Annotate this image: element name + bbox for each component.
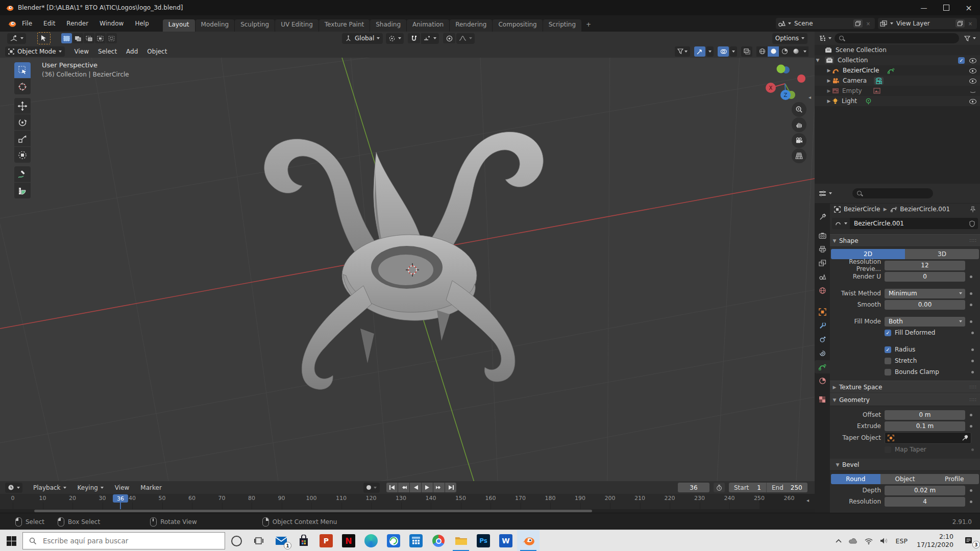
extrude-field[interactable]: 0.1 m xyxy=(885,421,965,431)
menu-file[interactable]: File xyxy=(16,17,38,30)
tab-modeling[interactable]: Modeling xyxy=(195,19,235,32)
animate-dot[interactable] xyxy=(971,332,974,334)
language-indicator[interactable]: ESP xyxy=(896,537,908,545)
tab-scripting[interactable]: Scripting xyxy=(543,19,581,32)
powerpoint-app-icon[interactable]: P xyxy=(315,530,337,551)
mode-dropdown[interactable]: Object Mode xyxy=(5,46,65,57)
gizmo-dropdown[interactable] xyxy=(706,46,714,57)
zoom-button[interactable] xyxy=(792,102,806,117)
proportional-falloff-dropdown[interactable] xyxy=(456,33,475,44)
viewport-menu-add[interactable]: Add xyxy=(121,48,142,55)
transform-orientation-dropdown[interactable]: Global xyxy=(342,33,383,44)
new-scene-button[interactable] xyxy=(853,19,863,28)
new-view-layer-button[interactable] xyxy=(955,19,965,28)
photoshop-app-icon[interactable]: Ps xyxy=(472,530,495,551)
animate-dot[interactable] xyxy=(970,292,972,295)
blender-taskbar-icon[interactable] xyxy=(517,530,540,551)
tab-view-layer[interactable] xyxy=(815,256,830,269)
tool-transform[interactable] xyxy=(14,147,31,163)
search-input[interactable] xyxy=(42,536,225,545)
maximize-button[interactable] xyxy=(935,0,958,15)
ortho-toggle-button[interactable] xyxy=(792,148,806,163)
cortana-button[interactable] xyxy=(225,530,248,551)
viewport-menu-select[interactable]: Select xyxy=(93,48,121,55)
show-overlays-toggle[interactable] xyxy=(718,46,729,57)
timeline-menu-view[interactable]: View xyxy=(109,482,135,494)
properties-search[interactable] xyxy=(852,188,933,198)
task-view-button[interactable] xyxy=(248,530,270,551)
xray-toggle[interactable] xyxy=(741,46,752,57)
tab-object[interactable] xyxy=(815,305,830,318)
mail-app-icon[interactable]: 1 xyxy=(270,530,292,551)
disclosure-closed-icon[interactable]: ▶ xyxy=(826,78,832,83)
whatsapp-app-icon[interactable] xyxy=(382,530,405,551)
animate-dot[interactable] xyxy=(970,500,972,503)
eye-open-icon[interactable] xyxy=(969,67,977,74)
disclosure-closed-icon[interactable]: ▶ xyxy=(826,88,832,93)
notification-center-icon[interactable]: 3 xyxy=(959,530,980,551)
tab-animation[interactable]: Animation xyxy=(407,19,449,32)
pin-icon[interactable] xyxy=(970,206,976,213)
fill-deformed-checkbox[interactable]: ✓ xyxy=(885,330,891,336)
timeline-scrollbar[interactable] xyxy=(0,509,815,513)
viewport-3d[interactable]: Object Mode View Select Add Object xyxy=(0,45,815,481)
view-layer-selector[interactable]: View Layer × xyxy=(878,18,977,29)
sidebar-collapse-arrow[interactable]: ◂ xyxy=(808,94,811,100)
animate-dot[interactable] xyxy=(971,360,974,362)
options-dropdown[interactable]: Options xyxy=(772,33,807,44)
tab-physics[interactable] xyxy=(815,333,830,346)
taskbar-search[interactable] xyxy=(22,532,225,549)
wifi-icon[interactable] xyxy=(861,530,876,551)
navigation-gizmo[interactable]: X Z xyxy=(762,61,808,108)
id-name-field[interactable]: BezierCircle.001 xyxy=(850,218,966,229)
id-type-dropdown[interactable] xyxy=(832,218,850,229)
shading-dropdown[interactable] xyxy=(801,46,808,57)
eye-open-icon[interactable] xyxy=(969,77,977,84)
tool-annotate[interactable] xyxy=(14,166,31,182)
tab-tool[interactable] xyxy=(815,210,830,223)
animate-dot[interactable] xyxy=(970,489,972,492)
outliner-row-camera[interactable]: ▶ Camera xyxy=(815,76,980,86)
word-app-icon[interactable]: W xyxy=(495,530,517,551)
breadcrumb-data[interactable]: BezierCircle.001 xyxy=(900,206,950,213)
tab-render[interactable] xyxy=(815,229,830,242)
editor-type-viewport[interactable] xyxy=(7,33,26,44)
tool-scale[interactable] xyxy=(14,131,31,146)
netflix-app-icon[interactable]: N xyxy=(337,530,360,551)
tab-texture[interactable] xyxy=(815,393,830,406)
eye-closed-icon[interactable] xyxy=(969,87,977,94)
tab-layout[interactable]: Layout xyxy=(163,19,195,32)
outliner-filter-dropdown[interactable] xyxy=(964,36,976,41)
breadcrumb-object[interactable]: BezierCircle xyxy=(844,206,880,213)
snap-settings-dropdown[interactable] xyxy=(421,33,439,44)
menu-edit[interactable]: Edit xyxy=(38,17,61,30)
blender-menu-icon[interactable] xyxy=(7,20,16,28)
bounds-clamp-checkbox[interactable]: ✓ xyxy=(885,369,891,375)
store-app-icon[interactable] xyxy=(292,530,315,551)
remove-view-layer-button[interactable]: × xyxy=(966,19,975,28)
eye-open-icon[interactable] xyxy=(969,57,977,64)
animate-dot[interactable] xyxy=(971,348,974,351)
disclosure-open-icon[interactable]: ▼ xyxy=(815,58,821,63)
select-mode-extend-button[interactable] xyxy=(72,33,83,43)
collection-checkbox[interactable]: ✓ xyxy=(958,57,965,64)
editor-type-outliner[interactable] xyxy=(819,35,831,42)
unlink-scene-button[interactable]: × xyxy=(864,19,873,28)
editor-type-properties[interactable] xyxy=(819,190,832,197)
bevel-round-button[interactable]: Round xyxy=(831,474,880,484)
end-frame-field[interactable]: End250 xyxy=(767,484,807,491)
proportional-editing-toggle[interactable] xyxy=(443,33,455,43)
jump-to-start-button[interactable] xyxy=(386,483,398,492)
close-button[interactable]: × xyxy=(958,0,980,15)
select-mode-subtract-button[interactable] xyxy=(84,33,94,43)
menu-render[interactable]: Render xyxy=(61,17,94,30)
taskbar-clock[interactable]: 2:10 17/12/2020 xyxy=(917,533,953,548)
shading-material-button[interactable] xyxy=(779,46,790,57)
timeline-menu-marker[interactable]: Marker xyxy=(135,482,167,494)
tab-scene[interactable] xyxy=(815,270,830,283)
add-workspace-button[interactable]: + xyxy=(582,19,595,32)
calendar-app-icon[interactable] xyxy=(405,530,427,551)
bevel-profile-button[interactable]: Profile xyxy=(929,474,979,484)
chrome-app-icon[interactable] xyxy=(427,530,450,551)
disclosure-closed-icon[interactable]: ▶ xyxy=(826,68,832,73)
